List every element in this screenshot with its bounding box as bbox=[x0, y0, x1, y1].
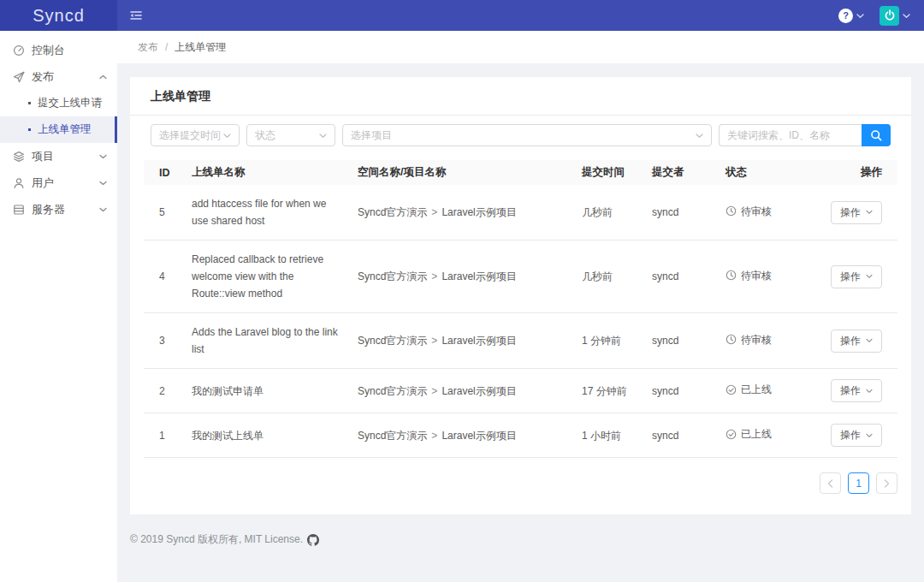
cell-submit-time: 17 分钟前 bbox=[575, 369, 645, 413]
chevron-down-icon bbox=[866, 389, 873, 394]
pagination-next-button[interactable] bbox=[876, 472, 897, 494]
chevron-left-icon bbox=[827, 479, 833, 488]
help-menu[interactable]: ? bbox=[838, 9, 864, 23]
col-status: 状态 bbox=[719, 160, 801, 185]
row-action-button[interactable]: 操作 bbox=[831, 424, 882, 447]
chevron-down-icon bbox=[99, 181, 107, 186]
col-time: 提交时间 bbox=[575, 160, 645, 185]
pagination-page-1[interactable]: 1 bbox=[848, 472, 869, 494]
cell-space-project: Syncd官方演示>Laravel示例项目 bbox=[351, 313, 575, 369]
status-select[interactable]: 状态 bbox=[246, 124, 335, 146]
copyright-text: © 2019 Syncd 版权所有, MIT License. bbox=[130, 532, 303, 547]
row-action-button[interactable]: 操作 bbox=[831, 201, 882, 224]
clock-icon bbox=[726, 334, 737, 345]
separator-icon: > bbox=[431, 335, 437, 347]
space-name: Syncd官方演示 bbox=[358, 385, 427, 397]
sidebar: 控制台 发布 提交上线申请 上线单管理 项目 用户 服务器 bbox=[0, 31, 117, 582]
cell-action: 操作 bbox=[801, 313, 897, 369]
sidebar-item-project[interactable]: 项目 bbox=[0, 143, 117, 169]
row-action-button[interactable]: 操作 bbox=[831, 330, 882, 353]
cell-status: 待审核 bbox=[719, 241, 801, 313]
col-submitter: 提交者 bbox=[645, 160, 719, 185]
status-text: 待审核 bbox=[741, 203, 772, 220]
time-select[interactable]: 选择提交时间 bbox=[151, 124, 240, 146]
chevron-down-icon bbox=[866, 433, 873, 438]
separator-icon: > bbox=[431, 385, 437, 397]
deploy-table: ID 上线单名称 空间名称/项目名称 提交时间 提交者 状态 操作 5 add … bbox=[144, 160, 897, 458]
keyword-search bbox=[719, 124, 891, 146]
server-icon bbox=[13, 204, 25, 216]
logo[interactable]: Syncd bbox=[0, 0, 117, 31]
topbar-right: ? bbox=[838, 6, 910, 26]
pagination-prev-button[interactable] bbox=[820, 472, 841, 494]
space-name: Syncd官方演示 bbox=[358, 430, 427, 442]
sidebar-item-server[interactable]: 服务器 bbox=[0, 196, 117, 223]
footer: © 2019 Syncd 版权所有, MIT License. bbox=[130, 532, 911, 547]
github-icon[interactable] bbox=[307, 534, 319, 546]
main-content: 发布 / 上线单管理 上线单管理 选择提交时间 状态 选择项目 bbox=[117, 31, 924, 582]
avatar bbox=[880, 6, 899, 26]
cell-space-project: Syncd官方演示>Laravel示例项目 bbox=[351, 413, 575, 458]
project-name: Laravel示例项目 bbox=[441, 270, 516, 282]
check-circle-icon bbox=[726, 384, 737, 395]
table-row: 2 我的测试申请单 Syncd官方演示>Laravel示例项目 17 分钟前 s… bbox=[144, 369, 897, 413]
cell-status: 已上线 bbox=[719, 413, 801, 458]
logo-text: Syncd bbox=[33, 6, 85, 26]
clock-icon bbox=[726, 270, 737, 281]
project-name: Laravel示例项目 bbox=[441, 335, 516, 347]
chevron-down-icon bbox=[99, 154, 107, 159]
separator-icon: > bbox=[431, 206, 437, 218]
cell-space-project: Syncd官方演示>Laravel示例项目 bbox=[351, 369, 575, 413]
row-action-button[interactable]: 操作 bbox=[831, 265, 882, 288]
chevron-down-icon bbox=[866, 210, 873, 215]
space-name: Syncd官方演示 bbox=[358, 335, 427, 347]
space-name: Syncd官方演示 bbox=[358, 270, 427, 282]
separator-icon: > bbox=[431, 270, 437, 282]
chevron-down-icon bbox=[903, 13, 910, 19]
chevron-down-icon bbox=[866, 274, 873, 279]
search-input[interactable] bbox=[719, 124, 862, 146]
topbar: Syncd ? bbox=[0, 0, 924, 31]
table-header-row: ID 上线单名称 空间名称/项目名称 提交时间 提交者 状态 操作 bbox=[144, 160, 897, 185]
table-row: 3 Adds the Laravel blog to the link list… bbox=[144, 313, 897, 369]
cell-status: 待审核 bbox=[719, 313, 801, 369]
cell-action: 操作 bbox=[801, 241, 897, 313]
cell-id: 2 bbox=[144, 369, 185, 413]
cell-status: 待审核 bbox=[719, 185, 801, 241]
cell-status: 已上线 bbox=[719, 369, 801, 413]
menu-fold-icon[interactable] bbox=[129, 9, 143, 22]
table-row: 4 Replaced callback to retrieve welcome … bbox=[144, 241, 897, 313]
cell-submit-time: 几秒前 bbox=[575, 241, 645, 313]
chevron-up-icon bbox=[99, 74, 107, 80]
cell-name: Adds the Laravel blog to the link list bbox=[185, 313, 351, 369]
layers-icon bbox=[13, 151, 25, 163]
status-text: 已上线 bbox=[741, 381, 772, 398]
col-space: 空间名称/项目名称 bbox=[351, 160, 575, 185]
sidebar-item-deploy-management[interactable]: 上线单管理 bbox=[0, 116, 117, 143]
sidebar-item-user[interactable]: 用户 bbox=[0, 169, 117, 196]
cell-submit-time: 几秒前 bbox=[575, 185, 645, 241]
deploy-management-card: 上线单管理 选择提交时间 状态 选择项目 bbox=[130, 77, 911, 514]
breadcrumb-section[interactable]: 发布 bbox=[138, 40, 158, 55]
sidebar-item-console[interactable]: 控制台 bbox=[0, 37, 117, 63]
chevron-down-icon bbox=[696, 133, 703, 139]
cell-name: 我的测试申请单 bbox=[185, 369, 351, 413]
cell-id: 4 bbox=[144, 241, 185, 313]
sidebar-item-submit-request[interactable]: 提交上线申请 bbox=[0, 90, 117, 116]
sidebar-item-publish[interactable]: 发布 bbox=[0, 63, 117, 90]
cell-action: 操作 bbox=[801, 369, 897, 413]
user-menu[interactable] bbox=[880, 6, 910, 26]
cell-id: 5 bbox=[144, 185, 185, 241]
chevron-down-icon bbox=[856, 13, 864, 19]
search-button[interactable] bbox=[862, 124, 891, 146]
separator-icon: > bbox=[431, 430, 437, 442]
cell-space-project: Syncd官方演示>Laravel示例项目 bbox=[351, 241, 575, 313]
status-text: 已上线 bbox=[741, 425, 772, 442]
chevron-down-icon bbox=[866, 338, 873, 343]
cell-submitter: syncd bbox=[645, 369, 719, 413]
project-select[interactable]: 选择项目 bbox=[342, 124, 712, 146]
cell-name: Replaced callback to retrieve welcome vi… bbox=[185, 241, 351, 313]
row-action-button[interactable]: 操作 bbox=[831, 379, 882, 402]
cell-action: 操作 bbox=[801, 185, 897, 241]
space-name: Syncd官方演示 bbox=[358, 206, 427, 218]
